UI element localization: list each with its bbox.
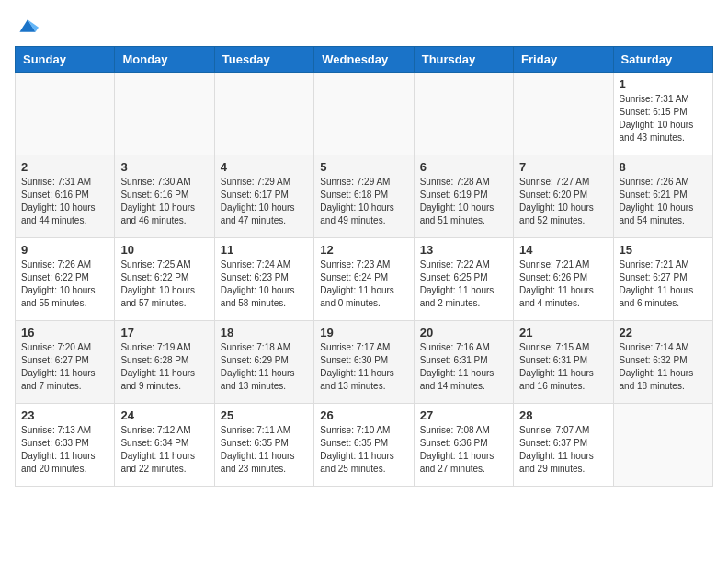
calendar-day-cell: [16, 73, 115, 155]
day-info: Sunrise: 7:08 AM Sunset: 6:36 PM Dayligh…: [420, 424, 507, 476]
calendar-day-cell: 3Sunrise: 7:30 AM Sunset: 6:16 PM Daylig…: [115, 155, 214, 238]
day-number: 19: [320, 326, 407, 339]
day-number: 11: [221, 243, 308, 257]
calendar-week-row: 2Sunrise: 7:31 AM Sunset: 6:16 PM Daylig…: [16, 155, 713, 238]
calendar-day-cell: [514, 73, 613, 155]
day-number: 22: [620, 326, 707, 339]
page-header: [15, 15, 713, 37]
day-number: 8: [620, 160, 707, 174]
day-number: 2: [21, 160, 108, 174]
calendar-day-cell: 10Sunrise: 7:25 AM Sunset: 6:22 PM Dayli…: [115, 238, 214, 321]
day-number: 21: [519, 326, 607, 339]
calendar-day-cell: 2Sunrise: 7:31 AM Sunset: 6:16 PM Daylig…: [16, 155, 115, 238]
calendar-day-cell: 8Sunrise: 7:26 AM Sunset: 6:21 PM Daylig…: [613, 155, 712, 238]
calendar-day-cell: [314, 73, 414, 155]
day-info: Sunrise: 7:21 AM Sunset: 6:27 PM Dayligh…: [620, 259, 707, 310]
calendar-day-cell: 4Sunrise: 7:29 AM Sunset: 6:17 PM Daylig…: [214, 155, 313, 238]
calendar-day-cell: 13Sunrise: 7:22 AM Sunset: 6:25 PM Dayli…: [414, 238, 513, 321]
calendar-day-cell: [115, 73, 214, 155]
day-number: 5: [320, 160, 407, 174]
day-number: 18: [221, 326, 308, 339]
weekday-header: Tuesday: [214, 47, 313, 73]
calendar-day-cell: [613, 404, 712, 487]
day-info: Sunrise: 7:24 AM Sunset: 6:23 PM Dayligh…: [221, 259, 308, 310]
day-info: Sunrise: 7:18 AM Sunset: 6:29 PM Dayligh…: [221, 341, 308, 393]
calendar-day-cell: 21Sunrise: 7:15 AM Sunset: 6:31 PM Dayli…: [514, 321, 613, 404]
day-number: 10: [120, 243, 208, 257]
calendar-header-row: SundayMondayTuesdayWednesdayThursdayFrid…: [16, 47, 713, 73]
day-number: 25: [221, 408, 308, 422]
calendar-day-cell: 1Sunrise: 7:31 AM Sunset: 6:15 PM Daylig…: [613, 73, 712, 155]
calendar-day-cell: 5Sunrise: 7:29 AM Sunset: 6:18 PM Daylig…: [314, 155, 414, 238]
calendar-day-cell: 17Sunrise: 7:19 AM Sunset: 6:28 PM Dayli…: [115, 321, 214, 404]
day-info: Sunrise: 7:26 AM Sunset: 6:22 PM Dayligh…: [21, 259, 108, 310]
calendar-day-cell: 15Sunrise: 7:21 AM Sunset: 6:27 PM Dayli…: [613, 238, 712, 321]
calendar-day-cell: 11Sunrise: 7:24 AM Sunset: 6:23 PM Dayli…: [214, 238, 313, 321]
calendar-day-cell: 6Sunrise: 7:28 AM Sunset: 6:19 PM Daylig…: [414, 155, 513, 238]
day-number: 6: [420, 160, 507, 174]
day-number: 4: [221, 160, 308, 174]
day-number: 13: [420, 243, 507, 257]
day-number: 26: [320, 408, 407, 422]
weekday-header: Monday: [115, 47, 214, 73]
calendar-day-cell: 23Sunrise: 7:13 AM Sunset: 6:33 PM Dayli…: [16, 404, 115, 487]
day-info: Sunrise: 7:07 AM Sunset: 6:37 PM Dayligh…: [519, 424, 607, 476]
calendar-week-row: 1Sunrise: 7:31 AM Sunset: 6:15 PM Daylig…: [16, 73, 713, 155]
calendar-day-cell: 22Sunrise: 7:14 AM Sunset: 6:32 PM Dayli…: [613, 321, 712, 404]
calendar-day-cell: [214, 73, 313, 155]
day-info: Sunrise: 7:25 AM Sunset: 6:22 PM Dayligh…: [120, 259, 208, 310]
logo-icon: [17, 15, 39, 37]
calendar-day-cell: 27Sunrise: 7:08 AM Sunset: 6:36 PM Dayli…: [414, 404, 513, 487]
calendar-day-cell: [414, 73, 513, 155]
day-info: Sunrise: 7:11 AM Sunset: 6:35 PM Dayligh…: [221, 424, 308, 476]
day-info: Sunrise: 7:22 AM Sunset: 6:25 PM Dayligh…: [420, 259, 507, 310]
calendar-day-cell: 18Sunrise: 7:18 AM Sunset: 6:29 PM Dayli…: [214, 321, 313, 404]
calendar-table: SundayMondayTuesdayWednesdayThursdayFrid…: [15, 46, 713, 487]
day-info: Sunrise: 7:28 AM Sunset: 6:19 PM Dayligh…: [420, 176, 507, 227]
day-number: 17: [120, 326, 208, 339]
calendar-week-row: 16Sunrise: 7:20 AM Sunset: 6:27 PM Dayli…: [16, 321, 713, 404]
day-info: Sunrise: 7:20 AM Sunset: 6:27 PM Dayligh…: [21, 341, 108, 393]
calendar-day-cell: 20Sunrise: 7:16 AM Sunset: 6:31 PM Dayli…: [414, 321, 513, 404]
day-info: Sunrise: 7:15 AM Sunset: 6:31 PM Dayligh…: [519, 341, 607, 393]
day-info: Sunrise: 7:29 AM Sunset: 6:18 PM Dayligh…: [320, 176, 407, 227]
day-info: Sunrise: 7:16 AM Sunset: 6:31 PM Dayligh…: [420, 341, 507, 393]
calendar-day-cell: 25Sunrise: 7:11 AM Sunset: 6:35 PM Dayli…: [214, 404, 313, 487]
day-number: 9: [21, 243, 108, 257]
day-info: Sunrise: 7:31 AM Sunset: 6:16 PM Dayligh…: [21, 176, 108, 227]
day-number: 12: [320, 243, 407, 257]
calendar-day-cell: 19Sunrise: 7:17 AM Sunset: 6:30 PM Dayli…: [314, 321, 414, 404]
day-info: Sunrise: 7:23 AM Sunset: 6:24 PM Dayligh…: [320, 259, 407, 310]
day-info: Sunrise: 7:27 AM Sunset: 6:20 PM Dayligh…: [519, 176, 607, 227]
calendar-day-cell: 12Sunrise: 7:23 AM Sunset: 6:24 PM Dayli…: [314, 238, 414, 321]
day-info: Sunrise: 7:29 AM Sunset: 6:17 PM Dayligh…: [221, 176, 308, 227]
logo: [15, 15, 39, 37]
weekday-header: Thursday: [414, 47, 513, 73]
day-info: Sunrise: 7:19 AM Sunset: 6:28 PM Dayligh…: [120, 341, 208, 393]
day-number: 3: [120, 160, 208, 174]
day-number: 20: [420, 326, 507, 339]
calendar-day-cell: 24Sunrise: 7:12 AM Sunset: 6:34 PM Dayli…: [115, 404, 214, 487]
day-info: Sunrise: 7:26 AM Sunset: 6:21 PM Dayligh…: [620, 176, 707, 227]
calendar-week-row: 23Sunrise: 7:13 AM Sunset: 6:33 PM Dayli…: [16, 404, 713, 487]
day-info: Sunrise: 7:14 AM Sunset: 6:32 PM Dayligh…: [620, 341, 707, 393]
day-info: Sunrise: 7:21 AM Sunset: 6:26 PM Dayligh…: [519, 259, 607, 310]
day-number: 23: [21, 408, 108, 422]
day-number: 16: [21, 326, 108, 339]
day-info: Sunrise: 7:12 AM Sunset: 6:34 PM Dayligh…: [120, 424, 208, 476]
day-number: 14: [519, 243, 607, 257]
calendar-day-cell: 16Sunrise: 7:20 AM Sunset: 6:27 PM Dayli…: [16, 321, 115, 404]
calendar-day-cell: 14Sunrise: 7:21 AM Sunset: 6:26 PM Dayli…: [514, 238, 613, 321]
calendar-day-cell: 26Sunrise: 7:10 AM Sunset: 6:35 PM Dayli…: [314, 404, 414, 487]
day-info: Sunrise: 7:10 AM Sunset: 6:35 PM Dayligh…: [320, 424, 407, 476]
day-info: Sunrise: 7:13 AM Sunset: 6:33 PM Dayligh…: [21, 424, 108, 476]
day-info: Sunrise: 7:30 AM Sunset: 6:16 PM Dayligh…: [120, 176, 208, 227]
calendar-day-cell: 7Sunrise: 7:27 AM Sunset: 6:20 PM Daylig…: [514, 155, 613, 238]
weekday-header: Saturday: [613, 47, 712, 73]
day-number: 27: [420, 408, 507, 422]
weekday-header: Wednesday: [314, 47, 414, 73]
calendar-week-row: 9Sunrise: 7:26 AM Sunset: 6:22 PM Daylig…: [16, 238, 713, 321]
day-number: 24: [120, 408, 208, 422]
calendar-day-cell: 28Sunrise: 7:07 AM Sunset: 6:37 PM Dayli…: [514, 404, 613, 487]
day-info: Sunrise: 7:17 AM Sunset: 6:30 PM Dayligh…: [320, 341, 407, 393]
